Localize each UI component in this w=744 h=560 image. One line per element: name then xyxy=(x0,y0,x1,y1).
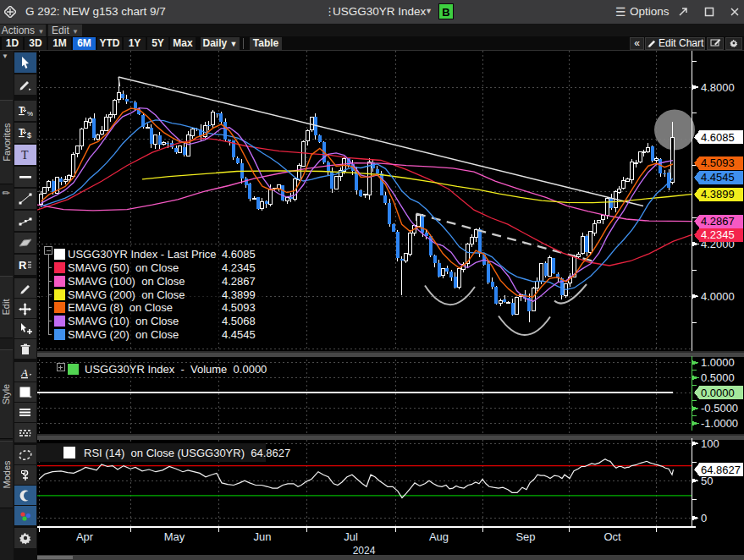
svg-text:Jul: Jul xyxy=(344,530,358,543)
svg-text:T: T xyxy=(19,105,25,115)
svg-text:0.5000: 0.5000 xyxy=(701,371,735,384)
svg-text:T: T xyxy=(19,127,25,137)
svg-text:2024: 2024 xyxy=(353,545,376,557)
svg-text:4.5093: 4.5093 xyxy=(222,301,256,314)
svg-text:SMAVG (50) on Close: SMAVG (50) on Close xyxy=(68,261,179,274)
svg-text:SMAVG (100) on Close: SMAVG (100) on Close xyxy=(68,275,185,288)
svg-text:4.2345: 4.2345 xyxy=(222,261,256,274)
svg-text:Jun: Jun xyxy=(254,530,272,543)
svg-text:0: 0 xyxy=(701,512,707,524)
svg-text:USGG30YR Index - Last Price: USGG30YR Index - Last Price xyxy=(68,248,217,261)
svg-text:4.4545: 4.4545 xyxy=(701,171,735,184)
svg-text:R: R xyxy=(19,259,27,272)
svg-text:-1.0000: -1.0000 xyxy=(701,417,738,430)
svg-text:4.2345: 4.2345 xyxy=(701,228,735,241)
svg-text:SMAVG (200) on Close: SMAVG (200) on Close xyxy=(68,288,185,301)
svg-text:1.0000: 1.0000 xyxy=(701,356,735,369)
svg-text:SMAVG (10) on Close: SMAVG (10) on Close xyxy=(68,315,179,327)
svg-text:Aug: Aug xyxy=(429,530,449,543)
svg-text:64.8627: 64.8627 xyxy=(701,464,741,476)
svg-text:USGG30YR Index - Volume 0.0: USGG30YR Index - Volume 0.0000 xyxy=(85,363,267,376)
svg-text:Apr: Apr xyxy=(76,530,94,543)
svg-text:4.2867: 4.2867 xyxy=(222,275,256,288)
svg-text:Oct: Oct xyxy=(603,530,621,543)
svg-text:4.5068: 4.5068 xyxy=(222,315,256,327)
svg-text:%: % xyxy=(27,110,33,118)
svg-text:-0.5000: -0.5000 xyxy=(701,402,738,415)
svg-text:May: May xyxy=(164,530,185,543)
svg-text:4.2867: 4.2867 xyxy=(701,215,735,228)
svg-text:Sep: Sep xyxy=(515,530,535,543)
svg-text:SMAVG (20) on Close: SMAVG (20) on Close xyxy=(68,328,179,341)
svg-text:4.8000: 4.8000 xyxy=(701,81,735,94)
svg-text:4.5093: 4.5093 xyxy=(701,156,735,169)
svg-text:100: 100 xyxy=(701,437,719,450)
svg-text:4.6085: 4.6085 xyxy=(701,131,735,144)
svg-text:0.0000: 0.0000 xyxy=(701,387,735,399)
svg-text:4.0000: 4.0000 xyxy=(701,290,735,303)
svg-text:4.4545: 4.4545 xyxy=(222,328,256,341)
svg-text:4.6085: 4.6085 xyxy=(222,248,256,261)
svg-text:EMAVG (8) on Close: EMAVG (8) on Close xyxy=(68,301,173,314)
svg-text:$: $ xyxy=(27,131,31,140)
svg-text:4.3899: 4.3899 xyxy=(222,288,256,301)
svg-text:4.3899: 4.3899 xyxy=(701,188,735,200)
svg-text:T: T xyxy=(21,149,29,162)
svg-text:A: A xyxy=(20,366,28,379)
svg-text:RSI (14) on Close (USGG30YR): RSI (14) on Close (USGG30YR) 64.8627 xyxy=(84,447,290,459)
